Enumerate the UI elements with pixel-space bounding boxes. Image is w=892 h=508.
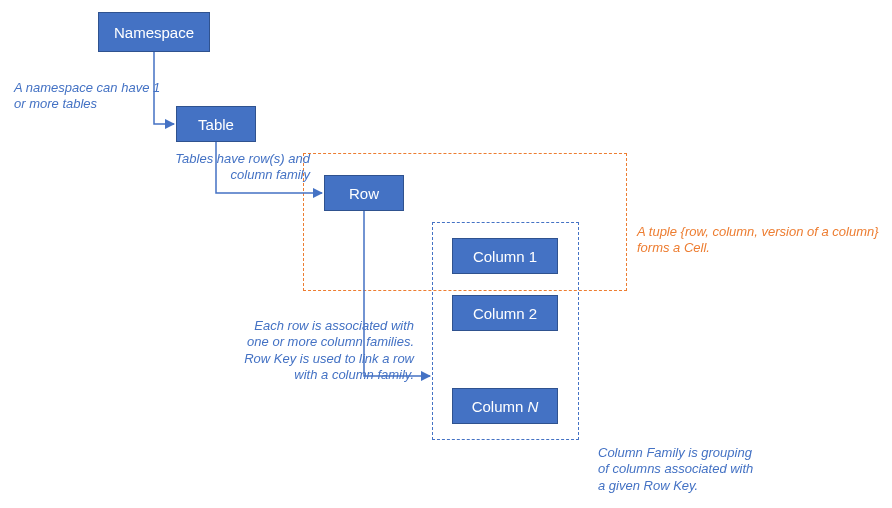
annotation-column-family: Column Family is grouping of columns ass… <box>598 445 798 494</box>
annotation-table: Tables have row(s) and column family <box>150 151 310 184</box>
annotation-cell: A tuple {row, column, version of a colum… <box>637 224 887 257</box>
node-namespace: Namespace <box>98 12 210 52</box>
annotation-row: Each row is associated with one or more … <box>218 318 414 383</box>
group-cell <box>303 153 627 291</box>
annotation-namespace: A namespace can have 1 or more tables <box>14 80 174 113</box>
node-table: Table <box>176 106 256 142</box>
